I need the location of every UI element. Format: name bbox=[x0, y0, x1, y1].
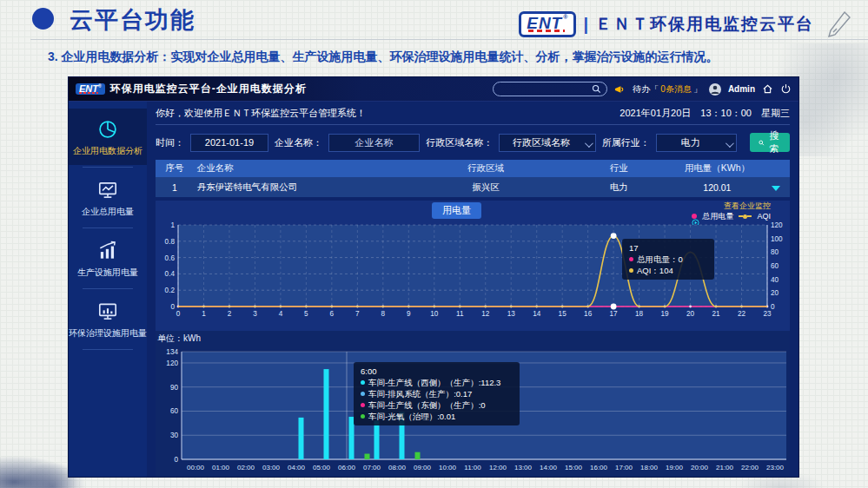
app-window: ENT® 环保用电监控云平台-企业用电数据分析 待办「 0条消息 」 Admin bbox=[68, 76, 799, 478]
svg-text:08:00: 08:00 bbox=[388, 464, 407, 472]
svg-text:22:00: 22:00 bbox=[741, 464, 759, 472]
app-logo-stripes bbox=[79, 92, 98, 94]
region-select[interactable]: 行政区域名称 bbox=[499, 134, 596, 152]
svg-text:0.8: 0.8 bbox=[165, 238, 176, 246]
sidebar-item-production-power[interactable]: 生产设施用电量 bbox=[69, 230, 147, 287]
pen-icon bbox=[826, 10, 852, 39]
svg-text:23:00: 23:00 bbox=[766, 464, 785, 472]
svg-text:7: 7 bbox=[355, 310, 360, 318]
svg-text:07:00: 07:00 bbox=[363, 464, 381, 472]
view-monitor-link[interactable]: 查看企业监控 bbox=[724, 201, 771, 210]
svg-text:12: 12 bbox=[481, 310, 490, 318]
industry-select[interactable]: 电力 bbox=[656, 134, 737, 152]
svg-text:03:00: 03:00 bbox=[262, 464, 281, 472]
sidebar-item-label: 环保治理设施用电量 bbox=[69, 327, 147, 340]
line-chart-toolbar: 用电量 查看企业监控 总用电量 AQI bbox=[156, 202, 790, 218]
user-name[interactable]: Admin bbox=[728, 84, 755, 94]
svg-text:19: 19 bbox=[661, 310, 670, 318]
tooltip-title: 17 bbox=[629, 242, 707, 254]
svg-text:15:00: 15:00 bbox=[565, 464, 583, 472]
svg-text:23: 23 bbox=[763, 310, 772, 318]
svg-text:0: 0 bbox=[174, 456, 178, 464]
svg-text:20: 20 bbox=[771, 289, 779, 297]
svg-text:18: 18 bbox=[635, 310, 644, 318]
svg-text:3: 3 bbox=[253, 310, 257, 318]
tooltip-title: 6:00 bbox=[361, 366, 513, 377]
header-right: 待办「 0条消息 」 Admin bbox=[493, 82, 792, 96]
svg-text:19:00: 19:00 bbox=[666, 464, 684, 472]
triangle-down-icon bbox=[772, 186, 780, 191]
cell-industry: 电力 bbox=[565, 181, 673, 194]
col-power: 用电量（KWh） bbox=[673, 162, 761, 175]
col-region: 行政区域 bbox=[407, 162, 566, 175]
company-table: 序号 企业名称 行政区域 行业 用电量（KWh） 1 丹东伊诺特电气有限公司 振… bbox=[156, 160, 790, 199]
cell-power: 120.01 bbox=[673, 182, 761, 193]
header-divider bbox=[30, 39, 868, 40]
welcome-text: 你好，欢迎使用ＥＮＴ环保监控云平台管理系统！ bbox=[156, 107, 366, 120]
svg-text:04:00: 04:00 bbox=[288, 464, 306, 472]
svg-text:01:00: 01:00 bbox=[212, 464, 230, 472]
svg-text:20:00: 20:00 bbox=[691, 464, 709, 472]
line-chart-monitor-icon bbox=[96, 179, 119, 201]
col-index: 序号 bbox=[156, 162, 194, 175]
logo-stripes bbox=[528, 30, 565, 32]
svg-text:02:00: 02:00 bbox=[237, 464, 255, 472]
series-dot bbox=[361, 380, 365, 385]
svg-text:06:00: 06:00 bbox=[338, 464, 356, 472]
svg-text:17: 17 bbox=[610, 310, 619, 318]
line-chart-panel: 用电量 查看企业监控 总用电量 AQI bbox=[156, 201, 790, 331]
todo-badge[interactable]: 待办「 0条消息 」 bbox=[633, 83, 702, 96]
svg-text:60: 60 bbox=[771, 262, 779, 270]
series-dot bbox=[361, 403, 365, 407]
sidebar: 企业用电数据分析 企业总用电量 生产设施用电量 环保治理设施用电量 bbox=[69, 102, 147, 477]
sidebar-item-power-data-analysis[interactable]: 企业用电数据分析 bbox=[69, 109, 147, 165]
power-icon[interactable] bbox=[780, 83, 792, 95]
search-button[interactable]: 搜索 bbox=[750, 133, 790, 152]
filter-bar: 时间： 2021-01-19 企业名称： 企业名称 行政区域名称： 行政区域名称… bbox=[156, 125, 790, 160]
svg-text:18:00: 18:00 bbox=[640, 464, 659, 472]
svg-text:0: 0 bbox=[771, 303, 775, 311]
time-filter-label: 时间： bbox=[156, 136, 184, 149]
home-icon[interactable] bbox=[762, 83, 773, 95]
sidebar-item-total-power[interactable]: 企业总用电量 bbox=[69, 169, 147, 226]
svg-text:22: 22 bbox=[738, 310, 746, 318]
series-dot bbox=[629, 268, 633, 273]
pie-chart-icon bbox=[96, 118, 119, 141]
expand-row-button[interactable] bbox=[761, 182, 790, 193]
svg-text:0.4: 0.4 bbox=[165, 270, 176, 278]
search-input[interactable] bbox=[493, 82, 607, 96]
svg-text:16: 16 bbox=[584, 310, 593, 318]
avatar[interactable] bbox=[709, 83, 721, 96]
svg-text:12:00: 12:00 bbox=[489, 464, 507, 472]
svg-text:30: 30 bbox=[170, 432, 179, 439]
svg-text:0.6: 0.6 bbox=[165, 254, 176, 262]
industry-filter-label: 所属行业： bbox=[602, 136, 650, 149]
svg-text:60: 60 bbox=[170, 407, 179, 415]
svg-text:21: 21 bbox=[712, 310, 720, 318]
app-body: 企业用电数据分析 企业总用电量 生产设施用电量 环保治理设施用电量 bbox=[69, 102, 798, 477]
svg-text:134: 134 bbox=[166, 348, 178, 356]
sidebar-item-treatment-power[interactable]: 环保治理设施用电量 bbox=[69, 291, 147, 347]
svg-text:9: 9 bbox=[407, 310, 411, 318]
sidebar-divider bbox=[83, 228, 133, 228]
power-tab-button[interactable]: 用电量 bbox=[432, 202, 481, 219]
sidebar-item-label: 生产设施用电量 bbox=[77, 267, 138, 279]
bar-chart-panel: 单位：kWh 030609012013400:0001:0002:0003:00… bbox=[156, 331, 790, 477]
todo-count: 0条消息 bbox=[660, 83, 692, 96]
slide-header: 云平台功能 ENT® | ＥＮＴ环保用电监控云平台 bbox=[0, 0, 868, 40]
bar-growth-icon bbox=[96, 240, 119, 262]
table-row[interactable]: 1 丹东伊诺特电气有限公司 振兴区 电力 120.01 bbox=[156, 177, 790, 197]
cell-company: 丹东伊诺特电气有限公司 bbox=[194, 181, 407, 194]
welcome-bar: 你好，欢迎使用ＥＮＴ环保监控云平台管理系统！ 2021年01月20日 13：10… bbox=[156, 102, 790, 125]
bar-chart-monitor-icon bbox=[96, 300, 119, 323]
brand-name: ＥＮＴ环保用电监控云平台 bbox=[595, 13, 814, 36]
time-filter-input[interactable]: 2021-01-19 bbox=[190, 134, 268, 152]
col-company: 企业名称 bbox=[194, 162, 407, 175]
megaphone-icon[interactable] bbox=[614, 84, 626, 95]
svg-text:1: 1 bbox=[202, 310, 206, 318]
svg-text:15: 15 bbox=[559, 310, 567, 318]
svg-text:17:00: 17:00 bbox=[615, 464, 633, 472]
company-filter-input[interactable]: 企业名称 bbox=[328, 134, 420, 152]
chevron-down-icon bbox=[585, 139, 593, 148]
sidebar-divider bbox=[83, 167, 133, 168]
